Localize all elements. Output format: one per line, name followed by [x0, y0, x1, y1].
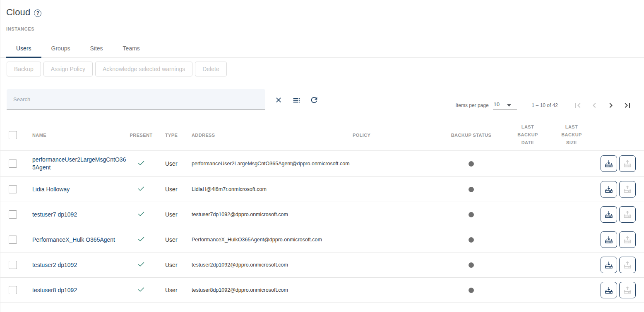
select-all-checkbox[interactable] — [9, 131, 17, 139]
backup-status-cell — [445, 212, 497, 217]
clear-search-icon[interactable] — [274, 95, 283, 105]
col-header-address: ADDRESS — [187, 133, 348, 138]
next-page-button[interactable] — [603, 99, 619, 112]
present-check-icon — [137, 234, 146, 243]
restore-row-button[interactable] — [619, 155, 636, 172]
help-icon[interactable]: ? — [34, 10, 41, 17]
refresh-icon[interactable] — [310, 95, 319, 105]
backup-row-button[interactable] — [601, 181, 617, 198]
present-cell — [127, 158, 156, 169]
restore-row-button[interactable] — [619, 282, 636, 298]
col-header-present: PRESENT — [127, 133, 156, 138]
restore-icon — [623, 235, 632, 244]
backup-row-button[interactable] — [601, 206, 617, 223]
row-checkbox[interactable] — [9, 261, 17, 269]
restore-icon — [623, 286, 632, 295]
user-name-link[interactable]: testuser7 dp1092 — [32, 211, 77, 218]
page-nav — [570, 99, 636, 112]
backup-button[interactable]: Backup — [7, 62, 41, 76]
table-body: performanceUser2LargeMsgCntO365Agent Use… — [0, 151, 644, 303]
table-row: testuser7 dp1092 User testuser7dp1092@dp… — [0, 202, 644, 227]
user-name-link[interactable]: testuser8 dp1092 — [32, 287, 77, 293]
backup-status-cell — [445, 288, 497, 293]
backup-icon — [604, 159, 613, 168]
row-checkbox[interactable] — [9, 236, 17, 244]
address-cell: testuser7dp1092@dppro.onmicrosoft.com — [187, 212, 348, 217]
present-check-icon — [137, 285, 146, 294]
user-name-link[interactable]: Lidia Holloway — [32, 186, 70, 193]
type-cell: User — [156, 287, 187, 293]
prev-page-button[interactable] — [586, 99, 603, 112]
restore-icon — [623, 260, 632, 269]
row-actions — [585, 231, 644, 248]
tab-teams[interactable]: Teams — [113, 40, 150, 57]
table-header: NAME PRESENT TYPE ADDRESS POLICY BACKUP … — [0, 119, 644, 151]
tab-users[interactable]: Users — [6, 40, 41, 57]
backup-icon — [604, 185, 613, 194]
present-check-icon — [137, 209, 146, 218]
dropdown-arrow-icon — [507, 104, 511, 107]
backup-row-button[interactable] — [601, 155, 617, 172]
items-per-page-label: Items per page — [456, 102, 489, 108]
row-actions — [585, 282, 644, 298]
address-cell: testuser8dp1092@dppro.onmicrosoft.com — [187, 287, 348, 293]
page-title: Cloud — [6, 7, 30, 18]
address-cell: PerformanceX_HulkO365Agent@dppro.onmicro… — [187, 237, 348, 243]
restore-icon — [623, 210, 632, 219]
tab-bar: Users Groups Sites Teams — [0, 40, 644, 58]
present-cell — [127, 285, 156, 295]
cloud-instances-page: Cloud ? INSTANCES Users Groups Sites Tea… — [0, 0, 644, 312]
table-row: PerformanceX_Hulk O365Agent User Perform… — [0, 227, 644, 252]
row-checkbox[interactable] — [9, 185, 17, 193]
backup-row-button[interactable] — [601, 282, 617, 298]
type-cell: User — [156, 236, 187, 243]
backup-icon — [604, 286, 613, 295]
restore-row-button[interactable] — [619, 231, 636, 248]
user-name-link[interactable]: performanceUser2LargeMsgCntO365Agent — [32, 156, 126, 171]
restore-icon — [623, 159, 632, 168]
assign-policy-button[interactable]: Assign Policy — [43, 62, 93, 76]
restore-row-button[interactable] — [619, 206, 636, 223]
table-row: testuser8 dp1092 User testuser8dp1092@dp… — [0, 278, 644, 303]
first-page-button[interactable] — [570, 99, 586, 112]
row-actions — [585, 155, 644, 172]
backup-status-cell — [445, 237, 497, 243]
restore-row-button[interactable] — [619, 257, 636, 273]
present-cell — [127, 209, 156, 220]
col-header-backup-status: BACKUP STATUS — [445, 133, 497, 138]
tab-groups[interactable]: Groups — [41, 40, 80, 57]
filter-list-icon[interactable] — [292, 95, 301, 105]
items-per-page-select[interactable]: 10 — [493, 101, 517, 110]
user-name-link[interactable]: testuser2 dp1092 — [32, 262, 77, 268]
acknowledge-warnings-button[interactable]: Acknowledge selected warnings — [95, 62, 192, 76]
present-check-icon — [137, 184, 146, 193]
section-label: INSTANCES — [0, 18, 644, 31]
pagination: Items per page 10 1 – 10 of 42 — [456, 99, 636, 112]
backup-status-cell — [445, 262, 497, 268]
type-cell: User — [156, 211, 187, 218]
address-cell: performanceUser2LargeMsgCntO365Agent@dpp… — [187, 161, 348, 167]
col-header-last-backup-date: LAST BACKUP DATE — [497, 123, 558, 147]
row-actions — [585, 181, 644, 198]
search-pagination-band: Items per page 10 1 – 10 of 42 — [0, 76, 644, 112]
present-check-icon — [137, 260, 146, 269]
backup-row-button[interactable] — [601, 231, 617, 248]
backup-icon — [604, 235, 613, 244]
row-checkbox[interactable] — [9, 210, 17, 219]
delete-button[interactable]: Delete — [195, 62, 226, 76]
tab-sites[interactable]: Sites — [80, 40, 113, 57]
col-header-policy: POLICY — [348, 133, 445, 138]
col-header-name: NAME — [32, 133, 127, 138]
search-input[interactable] — [7, 96, 265, 102]
table-row: Lidia Holloway User LidiaH@4l6m7r.onmicr… — [0, 177, 644, 202]
row-actions — [585, 257, 644, 273]
row-checkbox[interactable] — [9, 160, 17, 168]
backup-status-cell — [445, 187, 497, 192]
restore-row-button[interactable] — [619, 181, 636, 198]
last-page-button[interactable] — [619, 99, 636, 112]
backup-status-dot-icon — [469, 187, 474, 192]
backup-row-button[interactable] — [601, 257, 617, 273]
user-name-link[interactable]: PerformanceX_Hulk O365Agent — [32, 236, 115, 243]
row-checkbox[interactable] — [9, 286, 17, 294]
backup-icon — [604, 260, 613, 269]
